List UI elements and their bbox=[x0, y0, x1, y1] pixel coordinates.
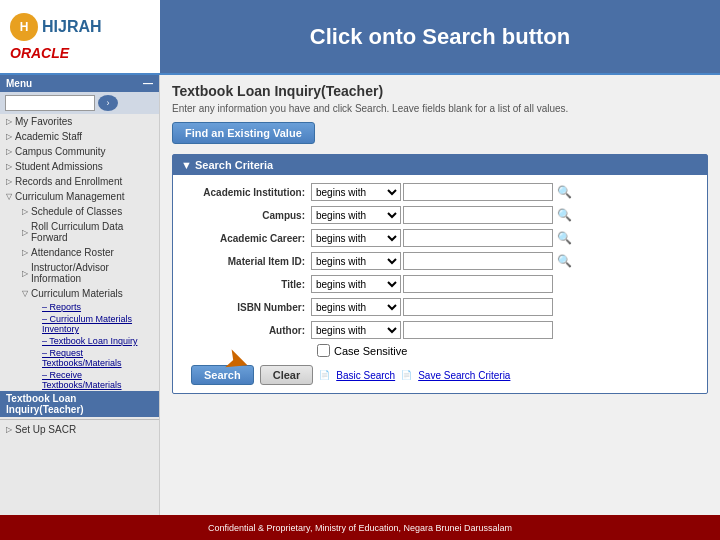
criteria-operator-title[interactable]: begins withcontainsends withis bbox=[311, 275, 401, 293]
sidebar-search-button[interactable]: › bbox=[98, 95, 118, 111]
criteria-value-title[interactable] bbox=[403, 275, 553, 293]
sidebar-item-label: Academic Staff bbox=[15, 131, 82, 142]
arrow-icon: ▷ bbox=[6, 177, 12, 186]
criteria-operator-campus[interactable]: begins withcontainsends withis bbox=[311, 206, 401, 224]
criteria-operator-career[interactable]: begins withcontainsends withis bbox=[311, 229, 401, 247]
save-search-icon: 📄 bbox=[401, 370, 412, 380]
sidebar-subitem-receive[interactable]: – Receive Textbooks/Materials bbox=[28, 369, 159, 391]
content-area: Textbook Loan Inquiry(Teacher) Enter any… bbox=[160, 75, 720, 515]
page-description: Enter any information you have and click… bbox=[172, 103, 708, 114]
arrow-icon: ▷ bbox=[6, 147, 12, 156]
sidebar-subitem-request[interactable]: – Request Textbooks/Materials bbox=[28, 347, 159, 369]
criteria-value-institution[interactable] bbox=[403, 183, 553, 201]
sidebar-collapse-icon[interactable]: — bbox=[143, 78, 153, 89]
sidebar-item-label: Schedule of Classes bbox=[31, 206, 122, 217]
lookup-icon-institution[interactable]: 🔍 bbox=[557, 185, 572, 199]
sidebar-item-label: Records and Enrollment bbox=[15, 176, 122, 187]
clear-button[interactable]: Clear bbox=[260, 365, 314, 385]
arrow-icon: ▷ bbox=[22, 269, 28, 278]
criteria-label-material-id: Material Item ID: bbox=[181, 256, 311, 267]
criteria-row-career: Academic Career: begins withcontainsends… bbox=[181, 229, 699, 247]
arrow-icon: ▷ bbox=[22, 248, 28, 257]
lookup-icon-material-id[interactable]: 🔍 bbox=[557, 254, 572, 268]
sidebar-item-label: Roll Curriculum Data Forward bbox=[31, 221, 153, 243]
header: H HIJRAH ORACLE Click onto Search button bbox=[0, 0, 720, 75]
search-criteria-body: Academic Institution: begins withcontain… bbox=[173, 175, 707, 393]
criteria-value-author[interactable] bbox=[403, 321, 553, 339]
save-search-criteria-link[interactable]: Save Search Criteria bbox=[418, 370, 510, 381]
arrow-icon: ▷ bbox=[6, 132, 12, 141]
search-criteria-header[interactable]: ▼ Search Criteria bbox=[173, 155, 707, 175]
sidebar-item-curriculum-management[interactable]: ▽ Curriculum Management bbox=[0, 189, 159, 204]
hijrah-logo-icon: H bbox=[10, 13, 38, 41]
sidebar-item-schedule-classes[interactable]: ▷ Schedule of Classes bbox=[8, 204, 159, 219]
sidebar-search-input[interactable] bbox=[5, 95, 95, 111]
action-buttons: Search ➤ Clear 📄 Basic Search 📄 Save Sea… bbox=[181, 365, 699, 385]
logo-area: H HIJRAH ORACLE bbox=[0, 0, 160, 73]
arrow-icon: ▷ bbox=[6, 117, 12, 126]
sidebar-item-curriculum-materials[interactable]: ▽ Curriculum Materials bbox=[8, 286, 159, 301]
sidebar-item-label: Set Up SACR bbox=[15, 424, 76, 435]
curriculum-management-group: ▷ Schedule of Classes ▷ Roll Curriculum … bbox=[0, 204, 159, 391]
page-title: Textbook Loan Inquiry(Teacher) bbox=[172, 83, 708, 99]
hijrah-logo: H HIJRAH bbox=[10, 13, 102, 41]
sidebar-label: Menu bbox=[6, 78, 32, 89]
sidebar-item-records-enrollment[interactable]: ▷ Records and Enrollment bbox=[0, 174, 159, 189]
criteria-value-isbn[interactable] bbox=[403, 298, 553, 316]
sidebar-item-attendance-roster[interactable]: ▷ Attendance Roster bbox=[8, 245, 159, 260]
arrow-icon: ▷ bbox=[22, 207, 28, 216]
oracle-logo: ORACLE bbox=[10, 45, 69, 61]
criteria-operator-institution[interactable]: begins withcontainsends withis bbox=[311, 183, 401, 201]
arrow-icon: ▽ bbox=[22, 289, 28, 298]
header-title: Click onto Search button bbox=[310, 24, 570, 50]
sidebar-subitem-textbook-inquiry[interactable]: – Textbook Loan Inquiry bbox=[28, 335, 159, 347]
criteria-row-institution: Academic Institution: begins withcontain… bbox=[181, 183, 699, 201]
criteria-row-material-id: Material Item ID: begins withcontainsend… bbox=[181, 252, 699, 270]
sidebar: Menu — › ▷ My Favorites ▷ Academic Staff… bbox=[0, 75, 160, 515]
sidebar-item-academic-staff[interactable]: ▷ Academic Staff bbox=[0, 129, 159, 144]
criteria-value-campus[interactable] bbox=[403, 206, 553, 224]
sidebar-item-active-textbook-inquiry[interactable]: Textbook Loan Inquiry(Teacher) bbox=[0, 391, 159, 417]
sidebar-item-label: Attendance Roster bbox=[31, 247, 114, 258]
footer: Confidential & Proprietary, Ministry of … bbox=[0, 515, 720, 540]
sidebar-subitem-reports[interactable]: – Reports bbox=[28, 301, 159, 313]
criteria-label-title: Title: bbox=[181, 279, 311, 290]
criteria-value-career[interactable] bbox=[403, 229, 553, 247]
criteria-label-author: Author: bbox=[181, 325, 311, 336]
sidebar-subitem-inventory[interactable]: – Curriculum Materials Inventory bbox=[28, 313, 159, 335]
criteria-value-material-id[interactable] bbox=[403, 252, 553, 270]
find-existing-value-button[interactable]: Find an Existing Value bbox=[172, 122, 315, 144]
criteria-label-career: Academic Career: bbox=[181, 233, 311, 244]
criteria-label-campus: Campus: bbox=[181, 210, 311, 221]
sidebar-item-label: Textbook Loan Inquiry(Teacher) bbox=[6, 393, 153, 415]
case-sensitive-checkbox[interactable] bbox=[317, 344, 330, 357]
basic-search-icon: 📄 bbox=[319, 370, 330, 380]
hijrah-text: HIJRAH bbox=[42, 18, 102, 36]
sidebar-item-label: Curriculum Management bbox=[15, 191, 125, 202]
lookup-icon-campus[interactable]: 🔍 bbox=[557, 208, 572, 222]
criteria-operator-author[interactable]: begins withcontainsends withis bbox=[311, 321, 401, 339]
curriculum-materials-group: – Reports – Curriculum Materials Invento… bbox=[8, 301, 159, 391]
main-layout: Menu — › ▷ My Favorites ▷ Academic Staff… bbox=[0, 75, 720, 515]
criteria-label-isbn: ISBN Number: bbox=[181, 302, 311, 313]
criteria-operator-isbn[interactable]: begins withcontainsends withis bbox=[311, 298, 401, 316]
criteria-operator-material-id[interactable]: begins withcontainsends withis bbox=[311, 252, 401, 270]
sidebar-item-favorites[interactable]: ▷ My Favorites bbox=[0, 114, 159, 129]
sidebar-item-label: Instructor/Advisor Information bbox=[31, 262, 153, 284]
criteria-row-isbn: ISBN Number: begins withcontainsends wit… bbox=[181, 298, 699, 316]
sidebar-item-instructor-advisor[interactable]: ▷ Instructor/Advisor Information bbox=[8, 260, 159, 286]
case-sensitive-label: Case Sensitive bbox=[334, 345, 407, 357]
criteria-label-institution: Academic Institution: bbox=[181, 187, 311, 198]
arrow-icon: ▷ bbox=[6, 162, 12, 171]
basic-search-link[interactable]: Basic Search bbox=[336, 370, 395, 381]
sidebar-item-setup-sacr[interactable]: ▷ Set Up SACR bbox=[0, 422, 159, 437]
sidebar-item-student-admissions[interactable]: ▷ Student Admissions bbox=[0, 159, 159, 174]
search-criteria-section: ▼ Search Criteria Academic Institution: … bbox=[172, 154, 708, 394]
footer-text: Confidential & Proprietary, Ministry of … bbox=[208, 523, 512, 533]
sidebar-header: Menu — bbox=[0, 75, 159, 92]
sidebar-item-roll-curriculum[interactable]: ▷ Roll Curriculum Data Forward bbox=[8, 219, 159, 245]
sidebar-search-area: › bbox=[0, 92, 159, 114]
lookup-icon-career[interactable]: 🔍 bbox=[557, 231, 572, 245]
sidebar-item-campus-community[interactable]: ▷ Campus Community bbox=[0, 144, 159, 159]
sidebar-separator bbox=[0, 419, 159, 420]
